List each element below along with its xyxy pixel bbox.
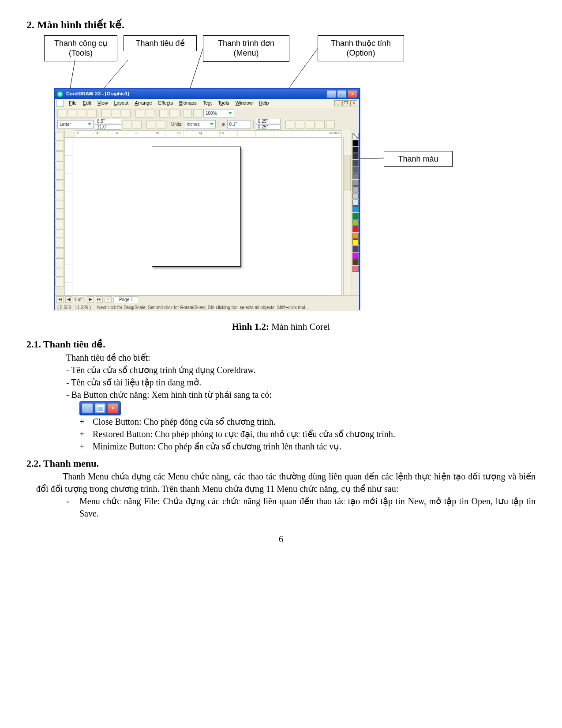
close-button[interactable]: ×: [348, 90, 357, 98]
all-pages-icon[interactable]: [146, 120, 155, 129]
doc-restore-button[interactable]: ❐: [342, 100, 349, 106]
menu-text[interactable]: Text: [200, 99, 214, 107]
color-swatch[interactable]: [352, 253, 359, 259]
snap-to-objects-icon[interactable]: [316, 120, 325, 129]
rectangle-tool-icon[interactable]: [55, 190, 64, 199]
add-page-button[interactable]: +: [105, 296, 112, 303]
nudge-field[interactable]: 0.1": [227, 120, 251, 128]
landscape-icon[interactable]: [133, 120, 142, 129]
color-swatch[interactable]: [352, 153, 359, 159]
interactive-blend-tool-icon[interactable]: [55, 239, 64, 248]
paper-combo[interactable]: Letter: [57, 120, 94, 128]
color-swatch[interactable]: [352, 239, 359, 245]
interactive-fill-tool-icon[interactable]: [55, 278, 64, 287]
menu-tools[interactable]: Tools: [215, 99, 232, 107]
page-height-field[interactable]: 11.0": [95, 124, 121, 130]
drawing-area[interactable]: [72, 137, 342, 295]
fill-tool-icon[interactable]: [55, 268, 64, 277]
open-icon[interactable]: [67, 109, 76, 118]
units-combo[interactable]: inches: [185, 120, 216, 128]
window-title: CorelDRAW X3 - [Graphic1]: [66, 91, 129, 97]
outline-tool-icon[interactable]: [55, 258, 64, 267]
menu-effects[interactable]: Effects: [156, 99, 176, 107]
page-number: 6: [26, 533, 536, 545]
minimize-button[interactable]: _: [326, 90, 336, 98]
ellipse-tool-icon[interactable]: [55, 200, 64, 209]
menu-window[interactable]: Window: [233, 99, 255, 107]
last-page-button[interactable]: ⏭: [96, 296, 103, 303]
zoom-combo[interactable]: 100%: [203, 109, 234, 117]
color-swatch[interactable]: [352, 219, 359, 226]
standard-toolbar: 100%: [55, 108, 359, 119]
print-icon[interactable]: [88, 109, 97, 118]
color-swatch[interactable]: [352, 266, 359, 272]
new-icon[interactable]: [57, 109, 66, 118]
color-swatch[interactable]: [352, 213, 359, 219]
menu-layout[interactable]: Layout: [111, 99, 131, 107]
undo-icon[interactable]: [135, 109, 144, 118]
next-page-button[interactable]: ▶: [87, 296, 94, 303]
color-swatch[interactable]: [352, 193, 359, 199]
menu-arrange[interactable]: Arrange: [132, 99, 154, 107]
color-swatch[interactable]: [352, 140, 359, 146]
snap-to-guidelines-icon[interactable]: [306, 120, 315, 129]
shape-tool-icon[interactable]: [55, 142, 64, 151]
section-heading-2: 2. Màn hình thiết kế.: [26, 18, 536, 33]
import-icon[interactable]: [159, 109, 168, 118]
color-swatch[interactable]: [352, 160, 359, 166]
menu-bitmaps[interactable]: Bitmaps: [176, 99, 199, 107]
page-tab[interactable]: Page 1: [113, 296, 139, 303]
vertical-scrollbar[interactable]: [343, 137, 352, 295]
doc-minimize-button[interactable]: _: [334, 100, 341, 106]
menu-file[interactable]: File: [66, 99, 79, 107]
color-swatch[interactable]: [352, 200, 359, 206]
no-color-swatch[interactable]: [352, 133, 359, 139]
color-swatch[interactable]: [352, 173, 359, 179]
first-page-button[interactable]: ⏮: [56, 296, 64, 303]
color-swatch[interactable]: [352, 180, 359, 186]
current-page-icon[interactable]: [157, 120, 165, 129]
prev-page-button[interactable]: ◀: [65, 296, 72, 303]
polygon-tool-icon[interactable]: [55, 210, 64, 219]
zoom-tool-icon[interactable]: [55, 161, 64, 170]
menu-help[interactable]: Help: [256, 99, 272, 107]
menu-edit[interactable]: Edit: [80, 99, 94, 107]
redo-icon[interactable]: [146, 109, 154, 118]
color-swatch[interactable]: [352, 166, 359, 173]
color-swatch[interactable]: [352, 206, 359, 212]
ruler-tick: 6: [116, 131, 118, 138]
maximize-button[interactable]: □: [337, 90, 347, 98]
save-icon[interactable]: [78, 109, 86, 118]
options-icon[interactable]: [326, 120, 335, 129]
export-icon[interactable]: [169, 109, 178, 118]
xp-restore-button[interactable]: [94, 403, 106, 414]
menu-view[interactable]: View: [95, 99, 111, 107]
text-tool-icon[interactable]: [55, 229, 64, 238]
color-swatch[interactable]: [352, 186, 359, 192]
xp-minimize-button[interactable]: _: [82, 403, 93, 414]
eyedropper-tool-icon[interactable]: [55, 249, 64, 257]
treat-as-filled-icon[interactable]: [285, 120, 294, 129]
basic-shapes-tool-icon[interactable]: [55, 219, 64, 228]
freehand-tool-icon[interactable]: [55, 171, 64, 180]
color-swatch[interactable]: [352, 259, 359, 265]
cut-icon[interactable]: [101, 109, 110, 118]
crop-tool-icon[interactable]: [55, 151, 64, 160]
app-launcher-icon[interactable]: [183, 109, 192, 118]
color-swatch[interactable]: [352, 147, 359, 153]
portrait-icon[interactable]: [123, 120, 131, 129]
color-swatch[interactable]: [352, 233, 359, 239]
duplicate-x-field[interactable]: 0.25": [256, 119, 281, 124]
paste-icon[interactable]: [122, 109, 131, 118]
color-swatch[interactable]: [352, 226, 359, 232]
snap-to-grid-icon[interactable]: [296, 120, 304, 129]
page-width-field[interactable]: 8.5": [95, 119, 121, 124]
welcome-icon[interactable]: [193, 109, 202, 118]
copy-icon[interactable]: [112, 109, 120, 118]
xp-close-button[interactable]: ×: [107, 403, 119, 414]
smartfill-tool-icon[interactable]: [55, 181, 64, 189]
doc-close-button[interactable]: ×: [350, 100, 357, 106]
color-swatch[interactable]: [352, 246, 359, 252]
duplicate-y-field[interactable]: 0.25": [256, 124, 281, 130]
pick-tool-icon[interactable]: [55, 132, 64, 141]
